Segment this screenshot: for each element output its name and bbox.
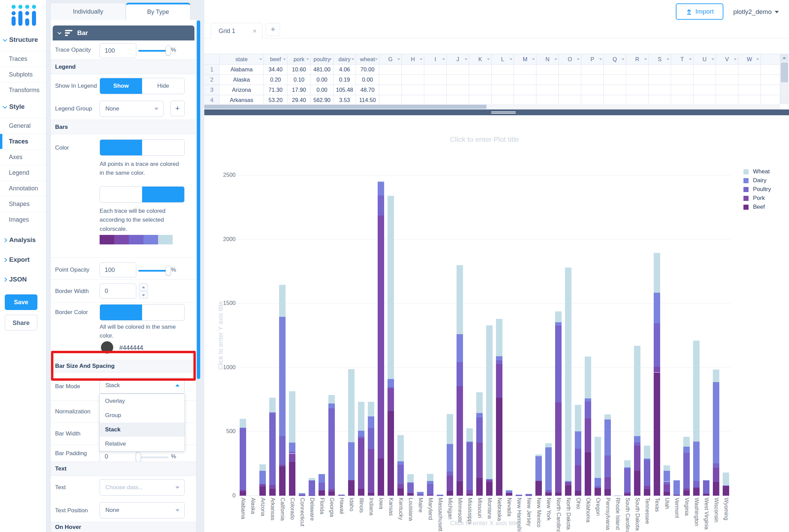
- grid-cell[interactable]: 53.20: [264, 95, 288, 104]
- grid-cell[interactable]: 105.48: [333, 85, 356, 95]
- grid-cell[interactable]: Arkansas: [220, 95, 264, 104]
- grid-cell-empty[interactable]: [559, 65, 581, 75]
- grid-column-header-W[interactable]: W: [738, 54, 761, 65]
- grid-cell-empty[interactable]: [649, 65, 671, 75]
- grid-cell-empty[interactable]: [424, 65, 447, 75]
- grid-cell-empty[interactable]: [626, 95, 649, 104]
- grid-cell-empty[interactable]: [447, 85, 469, 95]
- grid-cell-empty[interactable]: [402, 75, 424, 85]
- filter-caret-icon[interactable]: [554, 58, 557, 60]
- import-button[interactable]: Import: [676, 3, 723, 20]
- grid-cell[interactable]: Alabama: [220, 65, 264, 75]
- grid-cell[interactable]: 114.50: [356, 95, 379, 104]
- grid-cell[interactable]: 0.10: [288, 75, 311, 85]
- y-axis-title-placeholder[interactable]: Click to enter Y axis title: [217, 298, 224, 373]
- sidebar-item-style-axes[interactable]: Axes: [0, 149, 46, 165]
- filter-caret-icon[interactable]: [329, 58, 332, 60]
- bar-mode-option-stack[interactable]: Stack: [100, 423, 185, 437]
- grid-horizontal-scrollbar[interactable]: [204, 104, 780, 109]
- grid-cell-empty[interactable]: [604, 85, 626, 95]
- grid-column-header-K[interactable]: K: [469, 54, 492, 65]
- sidebar-item-subplots[interactable]: Subplots: [0, 67, 46, 82]
- bar-mode-select[interactable]: Stack: [100, 377, 185, 394]
- grid-cell[interactable]: 481.00: [311, 65, 333, 75]
- color-single-button[interactable]: [100, 187, 142, 202]
- filter-caret-icon[interactable]: [283, 58, 286, 60]
- grid-cell-empty[interactable]: [559, 75, 581, 85]
- grid-cell-empty[interactable]: [649, 95, 671, 104]
- grid-cell-empty[interactable]: [379, 95, 402, 104]
- plotly-logo-icon[interactable]: [10, 4, 37, 26]
- grid-cell-empty[interactable]: [604, 75, 626, 85]
- point-opacity-input[interactable]: [100, 262, 136, 277]
- grid-cell-empty[interactable]: [693, 65, 716, 75]
- nav-section-export[interactable]: Export: [3, 256, 30, 263]
- grid-cell-empty[interactable]: [514, 75, 536, 85]
- grid-column-header-Q[interactable]: Q: [604, 54, 626, 65]
- grid-column-header-R[interactable]: R: [626, 54, 649, 65]
- filter-caret-icon[interactable]: [397, 58, 400, 60]
- grid-cell[interactable]: 48.70: [356, 85, 379, 95]
- bar-mode-option-relative[interactable]: Relative: [100, 437, 185, 451]
- add-grid-tab-button[interactable]: +: [266, 23, 280, 36]
- filter-caret-icon[interactable]: [465, 58, 467, 60]
- stepper-down-button[interactable]: [139, 291, 148, 298]
- grid-cell-empty[interactable]: [469, 85, 492, 95]
- tab-individually[interactable]: Individually: [50, 3, 126, 20]
- filter-caret-icon[interactable]: [487, 58, 490, 60]
- grid-cell[interactable]: 10.60: [288, 65, 311, 75]
- grid-cell[interactable]: 0.20: [264, 75, 288, 85]
- show-legend-off-button[interactable]: Hide: [142, 78, 184, 94]
- grid-cell-empty[interactable]: [693, 75, 716, 85]
- stepper-up-button[interactable]: [139, 284, 148, 291]
- colorscale-swatch[interactable]: [100, 235, 173, 244]
- border-width-input[interactable]: [100, 284, 136, 298]
- panel-scrollbar[interactable]: [196, 20, 201, 532]
- grid-cell-empty[interactable]: [581, 85, 604, 95]
- border-color-swatch[interactable]: [100, 340, 115, 355]
- grid-cell-empty[interactable]: [514, 85, 536, 95]
- filter-caret-icon[interactable]: [442, 58, 445, 60]
- grid-cell-empty[interactable]: [469, 95, 492, 104]
- grid-cell-empty[interactable]: [649, 85, 671, 95]
- bar-mode-option-group[interactable]: Group: [100, 408, 185, 423]
- grid-column-header-wheat[interactable]: wheat: [356, 54, 379, 65]
- color-variable-button[interactable]: [142, 140, 184, 155]
- grid-cell-empty[interactable]: [626, 75, 649, 85]
- grid-cell-empty[interactable]: [424, 85, 447, 95]
- filter-caret-icon[interactable]: [351, 58, 354, 60]
- grid-cell-empty[interactable]: [626, 85, 649, 95]
- filter-caret-icon[interactable]: [711, 58, 714, 60]
- grid-cell-empty[interactable]: [559, 85, 581, 95]
- grid-cell[interactable]: 34.40: [264, 65, 288, 75]
- nav-section-style[interactable]: Style: [3, 103, 24, 110]
- grid-cell[interactable]: 4.06: [333, 65, 356, 75]
- grid-cell[interactable]: 71.30: [264, 85, 288, 95]
- text-position-select[interactable]: None: [100, 502, 185, 518]
- filename-menu[interactable]: plotly2_demo: [733, 8, 779, 16]
- grid-cell-empty[interactable]: [581, 75, 604, 85]
- grid-cell-empty[interactable]: [693, 95, 716, 104]
- grid-column-header-T[interactable]: T: [671, 54, 693, 65]
- grid-cell-empty[interactable]: [738, 65, 761, 75]
- sidebar-item-traces[interactable]: Traces: [0, 51, 46, 66]
- save-button[interactable]: Save: [5, 294, 37, 310]
- legend-item-dairy[interactable]: Dairy: [743, 176, 771, 185]
- grid-column-header-G[interactable]: G: [379, 54, 402, 65]
- show-legend-on-button[interactable]: Show: [100, 78, 142, 94]
- grid-column-header-L[interactable]: L: [492, 54, 514, 65]
- grid-column-header-J[interactable]: J: [447, 54, 469, 65]
- grid-cell-empty[interactable]: [738, 95, 761, 104]
- sidebar-item-transforms[interactable]: Transforms: [0, 82, 46, 98]
- grid-cell-empty[interactable]: [649, 75, 671, 85]
- filter-caret-icon[interactable]: [667, 58, 669, 60]
- grid-cell-empty[interactable]: [716, 95, 738, 104]
- nav-section-json[interactable]: JSON: [3, 276, 27, 283]
- bar-padding-slider[interactable]: [138, 457, 168, 458]
- grid-cell-empty[interactable]: [738, 75, 761, 85]
- grid-cell-empty[interactable]: [402, 65, 424, 75]
- grid-cell-empty[interactable]: [536, 65, 559, 75]
- grid-cell[interactable]: 29.40: [288, 95, 311, 104]
- color-constant-button[interactable]: [100, 140, 142, 155]
- nav-section-structure[interactable]: Structure: [3, 36, 38, 44]
